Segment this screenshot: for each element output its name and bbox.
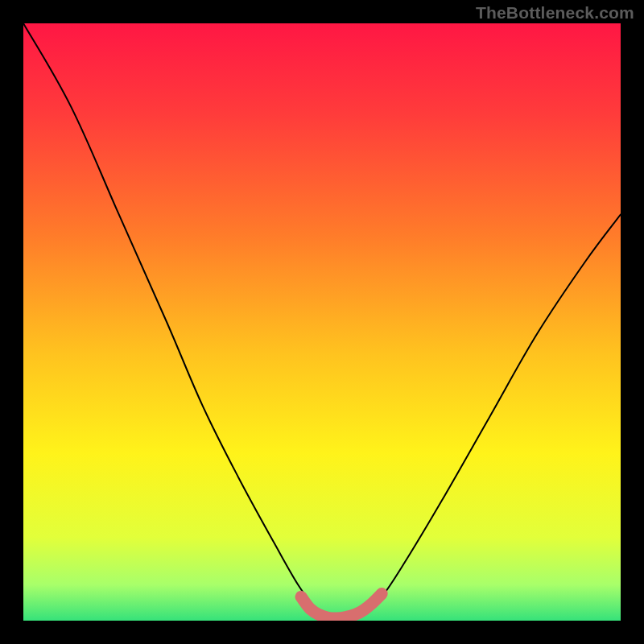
plot-area (23, 23, 621, 621)
chart-svg (23, 23, 621, 621)
watermark-text: TheBottleneck.com (476, 3, 634, 23)
gradient-background (23, 23, 621, 621)
chart-frame: TheBottleneck.com (0, 0, 644, 644)
